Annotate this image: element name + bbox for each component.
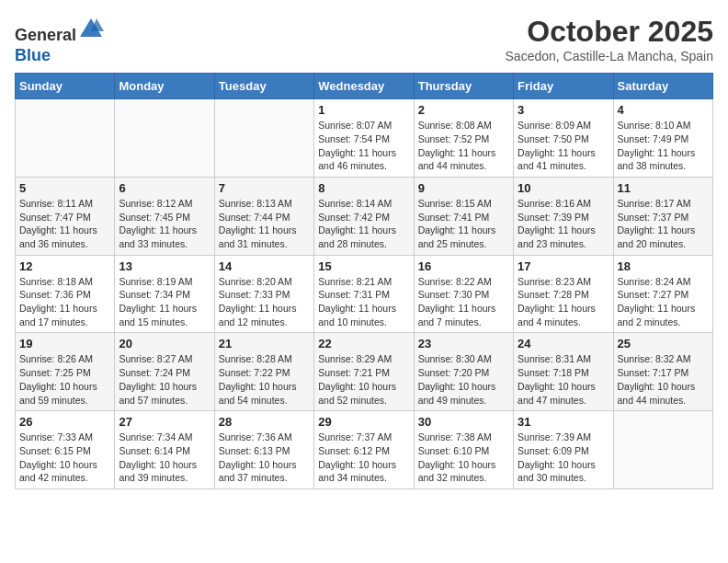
title-area: October 2025 Sacedon, Castille-La Mancha… bbox=[506, 15, 713, 63]
calendar-cell: 28Sunrise: 7:36 AM Sunset: 6:13 PM Dayli… bbox=[214, 411, 313, 489]
calendar-week-1: 1Sunrise: 8:07 AM Sunset: 7:54 PM Daylig… bbox=[16, 99, 713, 178]
day-number: 31 bbox=[518, 415, 609, 429]
day-number: 14 bbox=[219, 259, 310, 273]
calendar-cell: 22Sunrise: 8:29 AM Sunset: 7:21 PM Dayli… bbox=[314, 333, 414, 411]
day-number: 27 bbox=[119, 415, 210, 429]
month-title: October 2025 bbox=[506, 15, 713, 49]
day-number: 22 bbox=[318, 337, 409, 350]
day-info: Sunrise: 8:27 AM Sunset: 7:24 PM Dayligh… bbox=[119, 352, 210, 407]
calendar-cell: 14Sunrise: 8:20 AM Sunset: 7:33 PM Dayli… bbox=[214, 255, 313, 333]
day-info: Sunrise: 8:22 AM Sunset: 7:30 PM Dayligh… bbox=[418, 275, 509, 329]
calendar-cell: 18Sunrise: 8:24 AM Sunset: 7:27 PM Dayli… bbox=[613, 255, 712, 333]
calendar-cell: 12Sunrise: 8:18 AM Sunset: 7:36 PM Dayli… bbox=[16, 255, 115, 333]
calendar-cell: 15Sunrise: 8:21 AM Sunset: 7:31 PM Dayli… bbox=[314, 255, 414, 333]
day-number: 17 bbox=[518, 259, 609, 273]
weekday-header-saturday: Saturday bbox=[613, 74, 712, 99]
day-info: Sunrise: 8:18 AM Sunset: 7:36 PM Dayligh… bbox=[19, 275, 110, 329]
day-info: Sunrise: 8:24 AM Sunset: 7:27 PM Dayligh… bbox=[618, 275, 709, 329]
day-info: Sunrise: 8:11 AM Sunset: 7:47 PM Dayligh… bbox=[19, 197, 110, 251]
day-info: Sunrise: 8:15 AM Sunset: 7:41 PM Dayligh… bbox=[418, 197, 509, 251]
day-number: 10 bbox=[518, 181, 609, 195]
calendar-cell: 7Sunrise: 8:13 AM Sunset: 7:44 PM Daylig… bbox=[214, 177, 313, 255]
day-number: 23 bbox=[418, 337, 509, 350]
day-info: Sunrise: 8:08 AM Sunset: 7:52 PM Dayligh… bbox=[418, 119, 509, 173]
calendar-week-2: 5Sunrise: 8:11 AM Sunset: 7:47 PM Daylig… bbox=[16, 177, 713, 255]
calendar-cell: 10Sunrise: 8:16 AM Sunset: 7:39 PM Dayli… bbox=[514, 177, 613, 255]
day-info: Sunrise: 8:19 AM Sunset: 7:34 PM Dayligh… bbox=[119, 275, 210, 329]
calendar-cell: 27Sunrise: 7:34 AM Sunset: 6:14 PM Dayli… bbox=[115, 411, 214, 489]
day-info: Sunrise: 8:20 AM Sunset: 7:33 PM Dayligh… bbox=[219, 275, 310, 329]
day-info: Sunrise: 8:09 AM Sunset: 7:50 PM Dayligh… bbox=[518, 119, 609, 173]
calendar-cell: 29Sunrise: 7:37 AM Sunset: 6:12 PM Dayli… bbox=[314, 411, 414, 489]
day-number: 11 bbox=[618, 181, 709, 195]
logo: General Blue bbox=[15, 15, 104, 65]
weekday-header-tuesday: Tuesday bbox=[214, 74, 313, 99]
day-number: 16 bbox=[418, 259, 509, 273]
calendar-header: SundayMondayTuesdayWednesdayThursdayFrid… bbox=[16, 74, 713, 99]
day-number: 13 bbox=[119, 259, 210, 273]
page-header: General Blue October 2025 Sacedon, Casti… bbox=[15, 15, 713, 65]
calendar-cell bbox=[16, 99, 115, 178]
calendar-cell: 6Sunrise: 8:12 AM Sunset: 7:45 PM Daylig… bbox=[115, 177, 214, 255]
logo-blue: Blue bbox=[15, 46, 51, 64]
day-number: 4 bbox=[618, 103, 709, 117]
weekday-header-sunday: Sunday bbox=[16, 74, 115, 99]
day-info: Sunrise: 7:38 AM Sunset: 6:10 PM Dayligh… bbox=[418, 431, 509, 485]
day-info: Sunrise: 8:17 AM Sunset: 7:37 PM Dayligh… bbox=[618, 197, 709, 251]
calendar-cell bbox=[214, 99, 313, 178]
day-info: Sunrise: 8:14 AM Sunset: 7:42 PM Dayligh… bbox=[318, 197, 409, 251]
day-info: Sunrise: 8:26 AM Sunset: 7:25 PM Dayligh… bbox=[19, 352, 110, 407]
calendar-cell bbox=[613, 411, 712, 489]
calendar-week-4: 19Sunrise: 8:26 AM Sunset: 7:25 PM Dayli… bbox=[16, 333, 713, 411]
logo-icon bbox=[78, 15, 104, 40]
calendar-cell: 30Sunrise: 7:38 AM Sunset: 6:10 PM Dayli… bbox=[414, 411, 513, 489]
weekday-header-thursday: Thursday bbox=[414, 74, 513, 99]
day-number: 1 bbox=[318, 103, 409, 117]
day-info: Sunrise: 7:36 AM Sunset: 6:13 PM Dayligh… bbox=[219, 431, 310, 485]
day-number: 12 bbox=[19, 259, 110, 273]
calendar-cell: 25Sunrise: 8:32 AM Sunset: 7:17 PM Dayli… bbox=[613, 333, 712, 411]
calendar-cell: 26Sunrise: 7:33 AM Sunset: 6:15 PM Dayli… bbox=[16, 411, 115, 489]
day-info: Sunrise: 7:37 AM Sunset: 6:12 PM Dayligh… bbox=[318, 431, 409, 485]
day-info: Sunrise: 8:32 AM Sunset: 7:17 PM Dayligh… bbox=[618, 352, 709, 407]
calendar-cell: 17Sunrise: 8:23 AM Sunset: 7:28 PM Dayli… bbox=[514, 255, 613, 333]
calendar-cell: 5Sunrise: 8:11 AM Sunset: 7:47 PM Daylig… bbox=[16, 177, 115, 255]
day-number: 28 bbox=[219, 415, 310, 429]
calendar-cell: 2Sunrise: 8:08 AM Sunset: 7:52 PM Daylig… bbox=[414, 99, 513, 178]
calendar-cell: 8Sunrise: 8:14 AM Sunset: 7:42 PM Daylig… bbox=[314, 177, 414, 255]
day-number: 7 bbox=[219, 181, 310, 195]
day-number: 30 bbox=[418, 415, 509, 429]
day-number: 25 bbox=[618, 337, 709, 350]
day-number: 26 bbox=[19, 415, 110, 429]
day-info: Sunrise: 8:12 AM Sunset: 7:45 PM Dayligh… bbox=[119, 197, 210, 251]
calendar-cell: 3Sunrise: 8:09 AM Sunset: 7:50 PM Daylig… bbox=[514, 99, 613, 178]
calendar-cell: 13Sunrise: 8:19 AM Sunset: 7:34 PM Dayli… bbox=[115, 255, 214, 333]
calendar-cell bbox=[115, 99, 214, 178]
calendar-week-3: 12Sunrise: 8:18 AM Sunset: 7:36 PM Dayli… bbox=[16, 255, 713, 333]
calendar-cell: 21Sunrise: 8:28 AM Sunset: 7:22 PM Dayli… bbox=[214, 333, 313, 411]
logo-general: General bbox=[15, 26, 76, 44]
calendar-week-5: 26Sunrise: 7:33 AM Sunset: 6:15 PM Dayli… bbox=[16, 411, 713, 489]
day-info: Sunrise: 7:34 AM Sunset: 6:14 PM Dayligh… bbox=[119, 431, 210, 485]
calendar-cell: 4Sunrise: 8:10 AM Sunset: 7:49 PM Daylig… bbox=[613, 99, 712, 178]
day-number: 21 bbox=[219, 337, 310, 350]
day-info: Sunrise: 8:30 AM Sunset: 7:20 PM Dayligh… bbox=[418, 352, 509, 407]
day-number: 15 bbox=[318, 259, 409, 273]
calendar-table: SundayMondayTuesdayWednesdayThursdayFrid… bbox=[15, 73, 713, 489]
day-info: Sunrise: 8:13 AM Sunset: 7:44 PM Dayligh… bbox=[219, 197, 310, 251]
day-info: Sunrise: 7:33 AM Sunset: 6:15 PM Dayligh… bbox=[19, 431, 110, 485]
calendar-cell: 20Sunrise: 8:27 AM Sunset: 7:24 PM Dayli… bbox=[115, 333, 214, 411]
day-number: 9 bbox=[418, 181, 509, 195]
day-info: Sunrise: 8:21 AM Sunset: 7:31 PM Dayligh… bbox=[318, 275, 409, 329]
calendar-cell: 24Sunrise: 8:31 AM Sunset: 7:18 PM Dayli… bbox=[514, 333, 613, 411]
day-info: Sunrise: 8:10 AM Sunset: 7:49 PM Dayligh… bbox=[618, 119, 709, 173]
day-info: Sunrise: 8:29 AM Sunset: 7:21 PM Dayligh… bbox=[318, 352, 409, 407]
day-number: 24 bbox=[518, 337, 609, 350]
day-info: Sunrise: 8:16 AM Sunset: 7:39 PM Dayligh… bbox=[518, 197, 609, 251]
weekday-header-monday: Monday bbox=[115, 74, 214, 99]
day-number: 19 bbox=[19, 337, 110, 350]
weekday-header-wednesday: Wednesday bbox=[314, 74, 414, 99]
calendar-cell: 23Sunrise: 8:30 AM Sunset: 7:20 PM Dayli… bbox=[414, 333, 513, 411]
day-number: 3 bbox=[518, 103, 609, 117]
calendar-cell: 1Sunrise: 8:07 AM Sunset: 7:54 PM Daylig… bbox=[314, 99, 414, 178]
